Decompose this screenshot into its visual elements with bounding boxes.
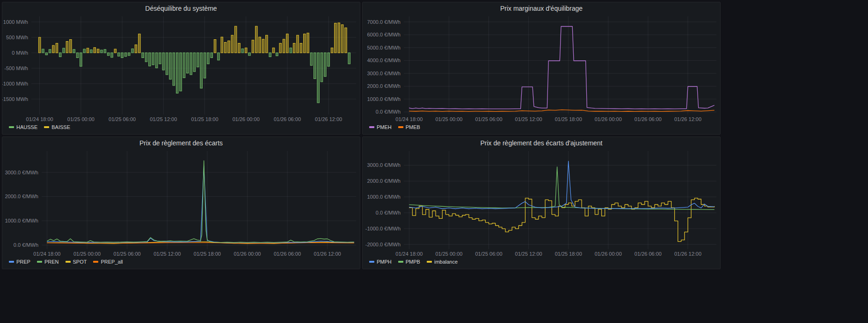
- svg-text:01/24 18:00: 01/24 18:00: [395, 116, 423, 122]
- legend-label: imbalance: [434, 259, 458, 265]
- legend-item-pmeb[interactable]: PMEB: [398, 124, 420, 130]
- svg-text:01/25 12:00: 01/25 12:00: [515, 116, 542, 122]
- svg-text:01/26 00:00: 01/26 00:00: [595, 251, 622, 257]
- svg-text:1000.0 €/MWh: 1000.0 €/MWh: [5, 218, 38, 223]
- svg-text:3000.0 €/MWh: 3000.0 €/MWh: [5, 170, 38, 175]
- legend-marginal-prices: PMEHPMEB: [363, 123, 720, 134]
- svg-text:7000.0 €/MWh: 7000.0 €/MWh: [367, 19, 401, 25]
- legend-item-baisse[interactable]: BAISSE: [44, 124, 70, 130]
- legend-item-imbalance[interactable]: imbalance: [427, 259, 458, 265]
- chart-canvas-settlement-prices[interactable]: 3000.0 €/MWh2000.0 €/MWh1000.0 €/MWh0.0 …: [2, 149, 360, 258]
- panel-title-settlement-prices[interactable]: Prix de règlement des écarts: [2, 137, 360, 149]
- legend-item-prep_all[interactable]: PREP_all: [93, 259, 123, 265]
- svg-text:01/25 00:00: 01/25 00:00: [435, 116, 462, 122]
- svg-text:-500 MWh: -500 MWh: [4, 65, 28, 71]
- svg-text:01/25 18:00: 01/25 18:00: [194, 251, 221, 257]
- legend-item-pmeh[interactable]: PMEH: [369, 124, 392, 130]
- panel-title-marginal-prices[interactable]: Prix marginaux d'équilibrage: [363, 2, 720, 14]
- svg-text:2000.0 €/MWh: 2000.0 €/MWh: [367, 83, 401, 89]
- svg-text:-1500 MWh: -1500 MWh: [2, 96, 28, 102]
- chart-canvas-system-imbalance[interactable]: 1000 MWh500 MWh0 MWh-500 MWh-1000 MWh-15…: [2, 14, 360, 123]
- svg-text:0.0 €/MWh: 0.0 €/MWh: [376, 109, 401, 115]
- svg-text:01/25 00:00: 01/25 00:00: [435, 251, 462, 257]
- svg-text:01/25 12:00: 01/25 12:00: [515, 251, 542, 257]
- svg-text:01/25 06:00: 01/25 06:00: [475, 251, 502, 257]
- legend-item-pren[interactable]: PREN: [37, 259, 59, 265]
- svg-text:01/25 00:00: 01/25 00:00: [73, 251, 101, 257]
- legend-swatch-icon: [9, 126, 14, 128]
- legend-label: BAISSE: [51, 124, 70, 130]
- legend-item-hausse[interactable]: HAUSSE: [9, 124, 37, 130]
- panel-title-system-imbalance[interactable]: Déséquilibre du système: [2, 2, 360, 14]
- legend-settlement-prices: PREPPRENSPOTPREP_all: [2, 258, 360, 269]
- legend-label: PMPB: [406, 259, 420, 265]
- legend-swatch-icon: [9, 261, 14, 263]
- grafana-dashboard: Déséquilibre du système 1000 MWh500 MWh0…: [0, 0, 868, 323]
- svg-text:01/26 06:00: 01/26 06:00: [274, 251, 301, 257]
- plot-area-marginal-prices[interactable]: 7000.0 €/MWh6000.0 €/MWh5000.0 €/MWh4000…: [363, 14, 720, 123]
- svg-text:6000.0 €/MWh: 6000.0 €/MWh: [367, 32, 401, 37]
- svg-text:5000.0 €/MWh: 5000.0 €/MWh: [367, 45, 401, 50]
- legend-label: PMEH: [377, 124, 392, 130]
- panel-settlement-prices: Prix de règlement des écarts 3000.0 €/MW…: [2, 136, 360, 269]
- svg-text:0 MWh: 0 MWh: [12, 50, 28, 56]
- svg-text:01/25 18:00: 01/25 18:00: [191, 116, 218, 122]
- legend-item-spot[interactable]: SPOT: [66, 259, 87, 265]
- plot-area-adjustment-settlement-prices[interactable]: 3000.0 €/MWh2000.0 €/MWh1000.0 €/MWh0.0 …: [363, 149, 720, 258]
- legend-swatch-icon: [369, 126, 374, 128]
- svg-text:01/25 06:00: 01/25 06:00: [475, 116, 502, 122]
- legend-label: PREP_all: [101, 259, 123, 265]
- svg-text:0.0 €/MWh: 0.0 €/MWh: [376, 210, 401, 215]
- legend-swatch-icon: [369, 261, 374, 263]
- legend-swatch-icon: [37, 261, 42, 263]
- legend-label: HAUSSE: [16, 124, 37, 130]
- svg-text:01/25 00:00: 01/25 00:00: [67, 116, 95, 122]
- svg-text:01/26 12:00: 01/26 12:00: [674, 116, 701, 122]
- legend-system-imbalance: HAUSSEBAISSE: [2, 123, 360, 134]
- svg-text:-1000.0 €/MWh: -1000.0 €/MWh: [365, 226, 401, 231]
- svg-text:-2000.0 €/MWh: -2000.0 €/MWh: [365, 242, 401, 247]
- svg-text:01/24 18:00: 01/24 18:00: [33, 251, 60, 257]
- svg-text:01/26 06:00: 01/26 06:00: [635, 116, 662, 122]
- chart-canvas-adjustment-settlement-prices[interactable]: 3000.0 €/MWh2000.0 €/MWh1000.0 €/MWh0.0 …: [363, 149, 720, 258]
- chart-canvas-marginal-prices[interactable]: 7000.0 €/MWh6000.0 €/MWh5000.0 €/MWh4000…: [363, 14, 720, 123]
- svg-text:4000.0 €/MWh: 4000.0 €/MWh: [367, 57, 401, 63]
- svg-text:0.0 €/MWh: 0.0 €/MWh: [14, 242, 38, 248]
- svg-text:01/25 12:00: 01/25 12:00: [153, 251, 181, 257]
- legend-label: PMEB: [406, 124, 420, 130]
- svg-text:1000.0 €/MWh: 1000.0 €/MWh: [367, 194, 401, 200]
- legend-item-pmpb[interactable]: PMPB: [398, 259, 420, 265]
- svg-text:500 MWh: 500 MWh: [6, 35, 28, 40]
- svg-text:-1000 MWh: -1000 MWh: [2, 81, 28, 86]
- panel-marginal-prices: Prix marginaux d'équilibrage 7000.0 €/MW…: [362, 2, 721, 135]
- svg-text:3000.0 €/MWh: 3000.0 €/MWh: [367, 162, 401, 168]
- svg-text:01/25 12:00: 01/25 12:00: [150, 116, 177, 122]
- svg-text:2000.0 €/MWh: 2000.0 €/MWh: [5, 194, 38, 199]
- legend-label: PMPH: [377, 259, 392, 265]
- legend-swatch-icon: [93, 261, 98, 263]
- plot-area-settlement-prices[interactable]: 3000.0 €/MWh2000.0 €/MWh1000.0 €/MWh0.0 …: [2, 149, 360, 258]
- legend-swatch-icon: [66, 261, 71, 263]
- panel-title-adjustment-settlement-prices[interactable]: Prix de règlement des écarts d'ajustemen…: [363, 137, 720, 149]
- legend-item-prep[interactable]: PREP: [9, 259, 30, 265]
- svg-text:01/25 18:00: 01/25 18:00: [555, 116, 582, 122]
- legend-label: PREN: [44, 259, 59, 265]
- svg-text:01/26 12:00: 01/26 12:00: [315, 116, 342, 122]
- svg-text:01/26 00:00: 01/26 00:00: [595, 116, 622, 122]
- svg-text:01/26 06:00: 01/26 06:00: [274, 116, 301, 122]
- legend-adjustment-settlement-prices: PMPHPMPBimbalance: [363, 258, 720, 269]
- panel-system-imbalance: Déséquilibre du système 1000 MWh500 MWh0…: [2, 2, 360, 135]
- legend-label: PREP: [16, 259, 30, 265]
- svg-text:01/24 18:00: 01/24 18:00: [395, 251, 423, 257]
- legend-swatch-icon: [398, 126, 403, 128]
- legend-item-pmph[interactable]: PMPH: [369, 259, 392, 265]
- svg-text:01/26 00:00: 01/26 00:00: [233, 116, 260, 122]
- legend-swatch-icon: [427, 261, 432, 263]
- plot-area-system-imbalance[interactable]: 1000 MWh500 MWh0 MWh-500 MWh-1000 MWh-15…: [2, 14, 360, 123]
- legend-swatch-icon: [44, 126, 49, 128]
- svg-text:01/24 18:00: 01/24 18:00: [26, 116, 53, 122]
- svg-text:01/26 00:00: 01/26 00:00: [233, 251, 261, 257]
- legend-label: SPOT: [73, 259, 87, 265]
- svg-text:01/26 06:00: 01/26 06:00: [635, 251, 662, 257]
- svg-text:2000.0 €/MWh: 2000.0 €/MWh: [367, 178, 401, 184]
